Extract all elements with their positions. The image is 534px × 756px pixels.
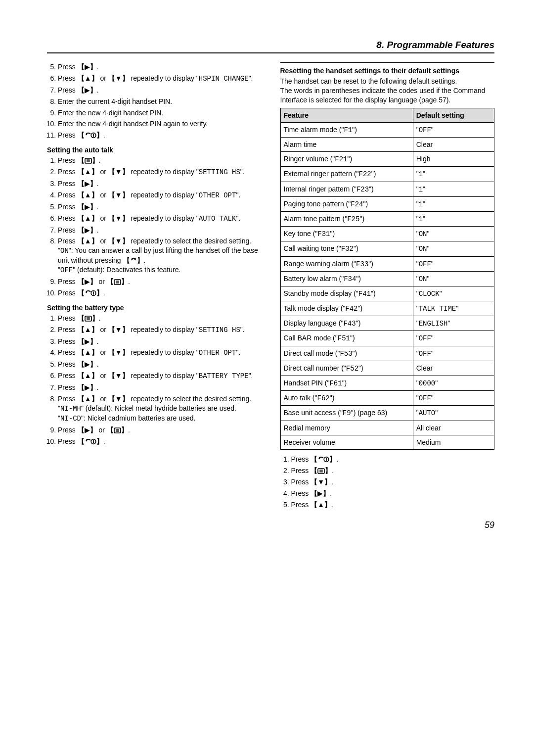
list-item: Press ▲ or ▼ repeatedly to display "OTHE… [58,348,262,358]
right-icon: ▶ [78,86,97,95]
steps-auto-talk: Press .Press ▲ or ▼ repeatedly to displa… [47,156,262,298]
table-cell: "1" [413,211,494,226]
table-cell: Clear [413,138,494,152]
table-row: External ringer pattern ("F22")"1" [280,167,494,182]
list-item: Press ▶. [58,62,262,72]
down-icon: ▼ [108,325,129,334]
hangup-icon [78,437,103,446]
table-cell: "0000" [413,376,494,391]
table-cell: Call waiting tone ("F32") [280,241,413,256]
th-feature: Feature [280,108,413,122]
up-icon: ▲ [78,190,98,200]
list-item: Press ▲ or ▼ repeatedly to display "SETT… [58,167,262,177]
table-row: Alarm tone pattern ("F25")"1" [280,211,494,226]
down-icon: ▼ [108,394,129,404]
table-cell: Medium [413,435,494,449]
hangup-icon [311,455,336,464]
table-row: Paging tone pattern ("F24")"1" [280,196,494,211]
table-row: Battery low alarm ("F34")"ON" [280,271,494,286]
right-icon: ▶ [78,383,97,392]
list-item: Press ▶. [58,179,262,189]
up-icon: ▲ [78,74,98,83]
list-item: Press ▲ or ▼ repeatedly to display "BATT… [58,371,262,381]
page-header: 8. Programmable Features [47,40,494,53]
table-cell: Key tone ("F31") [280,227,413,241]
menu-icon [311,466,332,475]
right-icon: ▶ [78,277,97,286]
list-item: Press ▶. [58,337,262,346]
reset-para-2: The words in parentheses indicate the co… [280,86,495,105]
table-row: Direct call mode ("F53")"OFF" [280,346,494,361]
list-item: Press ▼. [291,477,495,487]
down-icon: ▼ [108,214,129,223]
list-item: Enter the new 4-digit handset PIN. [58,108,262,118]
right-icon: ▶ [78,425,97,435]
table-row: Receiver volumeMedium [280,435,494,449]
table-cell: "1" [413,196,494,211]
table-cell: Base unit access ("F9") (page 63) [280,406,413,421]
talk-icon [123,256,144,265]
table-cell: Standby mode display ("F41") [280,286,413,301]
table-cell: Alarm time [280,138,413,152]
right-icon: ▶ [78,360,97,369]
down-icon: ▼ [311,477,331,487]
table-cell: "ON" [413,227,494,241]
table-cell: Call BAR mode ("F51") [280,331,413,346]
table-row: Direct call number ("F52")Clear [280,361,494,376]
up-icon: ▲ [78,348,98,357]
up-icon: ▲ [78,236,98,246]
table-cell: Alarm tone pattern ("F25") [280,211,413,226]
table-cell: Internal ringer pattern ("F23") [280,182,413,196]
table-row: Standby mode display ("F41")"CLOCK" [280,286,494,301]
list-item: Press ▲ or ▼ repeatedly to display "HSPI… [58,74,262,84]
right-column: Resetting the handset settings to their … [280,62,495,515]
up-icon: ▲ [78,394,98,404]
menu-icon [78,314,99,323]
table-cell: "OFF" [413,122,494,137]
up-icon: ▲ [78,325,98,334]
list-item: Press ▲ or ▼ repeatedly to display "OTHE… [58,190,262,200]
list-item: Press ▲ or ▼ repeatedly to display "SETT… [58,325,262,335]
table-cell: "OFF" [413,346,494,361]
list-item: Enter the new 4-digit handset PIN again … [58,119,262,129]
down-icon: ▼ [108,236,129,246]
list-item: Press . [58,288,262,298]
table-cell: High [413,152,494,167]
hangup-icon [78,131,103,140]
list-item: Press ▶ or . [58,277,262,286]
list-item: Press . [58,314,262,323]
hangup-icon [78,288,103,298]
up-icon: ▲ [78,167,98,177]
table-cell: Talk mode display ("F42") [280,301,413,316]
table-row: Handset PIN ("F61")"0000" [280,376,494,391]
right-icon: ▶ [78,226,97,235]
down-icon: ▼ [108,167,129,177]
table-cell: Clear [413,361,494,376]
table-row: Alarm timeClear [280,138,494,152]
table-cell: "1" [413,167,494,182]
table-cell: Battery low alarm ("F34") [280,271,413,286]
list-item: Press ▶. [58,226,262,235]
up-icon: ▲ [78,371,98,380]
up-icon: ▲ [311,500,331,510]
table-cell: "CLOCK" [413,286,494,301]
table-row: Internal ringer pattern ("F23")"1" [280,182,494,196]
default-settings-table: Feature Default setting Time alarm mode … [280,108,495,450]
subhead-battery: Setting the battery type [47,304,262,312]
list-item: Press ▶. [58,383,262,392]
steps-battery: Press .Press ▲ or ▼ repeatedly to displa… [47,314,262,446]
list-item: Press ▶. [58,202,262,212]
list-item: Press . [58,437,262,446]
section-divider [280,62,495,63]
subhead-reset: Resetting the handset settings to their … [280,67,495,75]
list-item: Press . [58,131,262,140]
table-cell: "OFF" [413,391,494,406]
down-icon: ▼ [108,190,129,200]
list-item: Press . [291,455,495,464]
table-cell: "1" [413,182,494,196]
list-item: Press ▶ or . [58,425,262,435]
table-cell: Time alarm mode ("F1") [280,122,413,137]
left-column: Press ▶.Press ▲ or ▼ repeatedly to displ… [47,62,262,515]
up-icon: ▲ [78,214,98,223]
table-row: Display language ("F43")"ENGLISH" [280,316,494,331]
